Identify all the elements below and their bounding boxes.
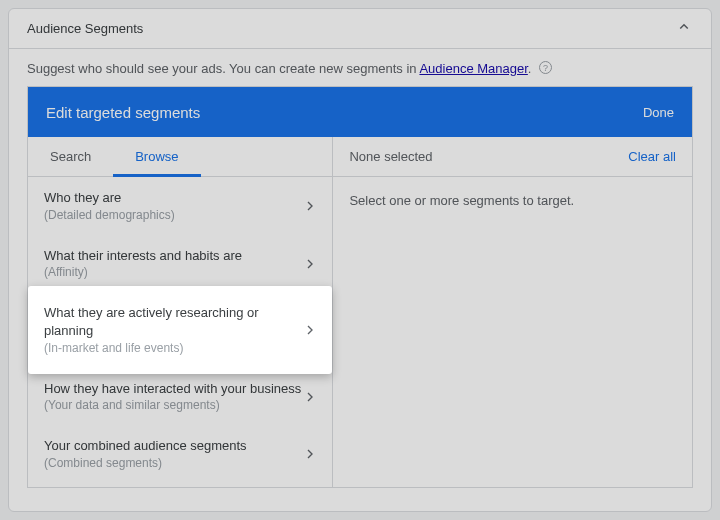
help-icon[interactable]: ? <box>539 61 552 74</box>
chevron-right-icon <box>302 389 318 405</box>
tab-browse[interactable]: Browse <box>113 137 200 177</box>
selection-count: None selected <box>349 149 432 164</box>
category-row[interactable]: Your custom audience segments(Custom seg… <box>28 483 332 487</box>
category-label: Your combined audience segments <box>44 437 247 455</box>
chevron-right-icon <box>302 256 318 272</box>
audience-segments-card: Audience Segments Suggest who should see… <box>8 8 712 512</box>
category-sublabel: (Combined segments) <box>44 455 247 471</box>
category-sublabel: (Detailed demographics) <box>44 207 175 223</box>
page-title: Audience Segments <box>27 21 143 36</box>
chevron-right-icon <box>302 446 318 462</box>
tab-search[interactable]: Search <box>28 137 113 176</box>
editor-title: Edit targeted segments <box>46 104 200 121</box>
category-label: Who they are <box>44 189 175 207</box>
category-row[interactable]: Your combined audience segments(Combined… <box>28 425 332 483</box>
subtext-prefix: Suggest who should see your ads. You can… <box>27 61 419 76</box>
editor-header: Edit targeted segments Done <box>28 87 692 137</box>
category-row[interactable]: Who they are(Detailed demographics) <box>28 177 332 235</box>
audience-manager-link[interactable]: Audience Manager <box>419 61 527 76</box>
done-button[interactable]: Done <box>643 105 674 120</box>
subtext-period: . <box>528 61 532 76</box>
chevron-right-icon <box>302 198 318 214</box>
selection-panel: None selected Clear all Select one or mo… <box>333 137 692 487</box>
clear-all-button[interactable]: Clear all <box>628 149 676 164</box>
card-header: Audience Segments <box>9 9 711 49</box>
category-in-market-highlight[interactable]: What they are actively researching or pl… <box>28 286 332 373</box>
card-subtext: Suggest who should see your ads. You can… <box>9 49 711 86</box>
category-sublabel: (In-market and life events) <box>44 340 302 356</box>
editor-tabs: Search Browse <box>28 137 332 177</box>
chevron-right-icon <box>302 322 318 338</box>
collapse-icon[interactable] <box>675 18 693 39</box>
category-label: What they are actively researching or pl… <box>44 304 302 339</box>
category-row[interactable]: How they have interacted with your busin… <box>28 368 332 426</box>
category-row[interactable]: What their interests and habits are(Affi… <box>28 235 332 293</box>
category-label: How they have interacted with your busin… <box>44 380 301 398</box>
category-sublabel: (Affinity) <box>44 264 242 280</box>
selection-header: None selected Clear all <box>333 137 692 177</box>
category-label: What their interests and habits are <box>44 247 242 265</box>
selection-empty-text: Select one or more segments to target. <box>333 177 692 224</box>
category-sublabel: (Your data and similar segments) <box>44 397 301 413</box>
